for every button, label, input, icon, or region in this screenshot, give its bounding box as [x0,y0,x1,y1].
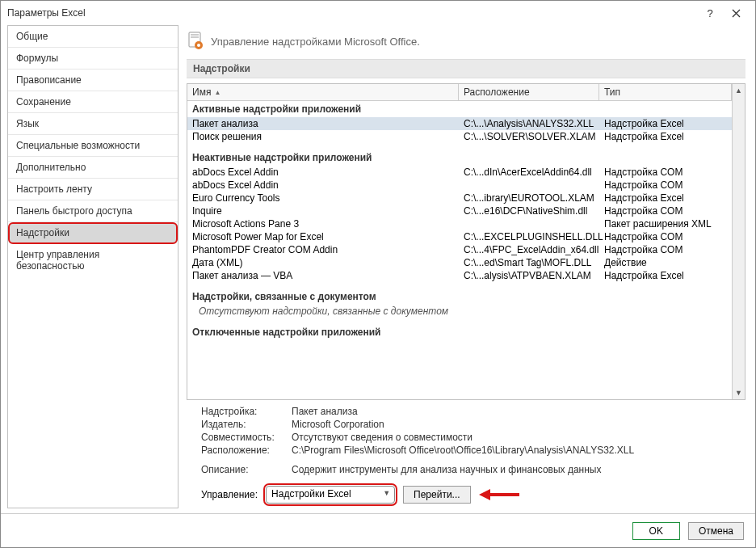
cell-name: PhantomPDF Creator COM Addin [192,244,464,255]
detail-value-addin: Пакет анализа [292,406,737,417]
addins-gear-icon [187,32,204,51]
cell-location [464,218,604,230]
table-row[interactable]: abDocs Excel AddinНадстройка COM [187,179,732,192]
sidebar-item-save[interactable]: Сохранение [8,91,178,113]
cell-type: Надстройка Excel [604,192,727,204]
cell-location: C:\...\Analysis\ANALYS32.XLL [464,118,604,129]
cell-type: Надстройка COM [604,205,727,217]
sidebar-item-language[interactable]: Язык [8,113,178,135]
table-row[interactable]: InquireC:\...e16\DCF\NativeShim.dllНадст… [187,204,732,217]
help-button[interactable]: ? [697,4,723,22]
manage-label: Управление: [201,489,258,500]
section-title: Надстройки [187,59,746,78]
cell-location: C:\...EXCELPLUGINSHELL.DLL [464,231,604,242]
cell-type: Надстройка Excel [604,131,727,142]
detail-label-description: Описание: [201,464,292,475]
go-button[interactable]: Перейти... [403,486,471,504]
cell-type: Надстройка Excel [604,270,727,281]
cell-location: C:\...ibrary\EUROTOOL.XLAM [464,192,604,204]
cell-name: Пакет анализа [192,118,464,129]
table-row[interactable]: abDocs Excel AddinC:\...dIn\AcerExcelAdd… [187,166,732,179]
close-button[interactable] [723,4,749,22]
cancel-button[interactable]: Отмена [688,522,744,540]
cell-location: C:\...dIn\AcerExcelAddin64.dll [464,167,604,178]
manage-select-value: Надстройки Excel [271,488,351,500]
close-icon [732,9,741,18]
cell-location [464,179,604,191]
sidebar-item-addins[interactable]: Надстройки [8,222,178,244]
options-sidebar: Общие Формулы Правописание Сохранение Яз… [7,25,178,508]
svg-rect-2 [191,36,199,38]
group-header: Неактивные надстройки приложений [187,150,732,166]
page-heading: Управление надстройками Microsoft Office… [211,36,420,48]
table-row[interactable]: PhantomPDF Creator COM AddinC:\...4\FPC_… [187,243,732,256]
group-header: Активные надстройки приложений [187,101,732,117]
window-title: Параметры Excel [7,7,697,19]
cell-name: Inquire [192,205,464,217]
titlebar: Параметры Excel ? [1,1,755,25]
table-row[interactable]: Дата (XML)C:\...ed\Smart Tag\MOFL.DLLДей… [187,256,732,269]
detail-value-compat: Отсутствуют сведения о совместимости [292,432,737,443]
group-empty-text: Отсутствуют надстройки, связанные с доку… [187,305,732,318]
group-header: Надстройки, связанные с документом [187,289,732,305]
cell-type: Надстройка COM [604,231,727,242]
cell-name: Пакет анализа — VBA [192,270,464,281]
group-header: Отключенные надстройки приложений [187,324,732,340]
table-row[interactable]: Пакет анализаC:\...\Analysis\ANALYS32.XL… [187,117,732,130]
cell-type: Действие [604,257,727,268]
sidebar-item-quick-access[interactable]: Панель быстрого доступа [8,200,178,222]
vertical-scrollbar[interactable]: ▲ ▼ [732,84,745,399]
detail-value-description: Содержит инструменты для анализа научных… [292,464,737,475]
detail-label-compat: Совместимость: [201,432,292,443]
column-header-name[interactable]: Имя▲ [187,84,459,100]
detail-label-addin: Надстройка: [201,406,292,417]
sidebar-item-advanced[interactable]: Дополнительно [8,157,178,179]
sidebar-item-customize-ribbon[interactable]: Настроить ленту [8,179,178,200]
cell-name: Microsoft Actions Pane 3 [192,218,464,230]
scroll-down-icon[interactable]: ▼ [733,386,745,399]
options-dialog: Параметры Excel ? Общие Формулы Правопис… [0,0,756,548]
manage-select[interactable]: Надстройки Excel ▼ [266,486,395,504]
sidebar-item-accessibility[interactable]: Специальные возможности [8,135,178,157]
sidebar-item-trust-center[interactable]: Центр управления безопасностью [8,244,178,276]
svg-rect-1 [191,34,199,36]
cell-type: Надстройка COM [604,179,727,191]
cell-location: C:\...\SOLVER\SOLVER.XLAM [464,131,604,142]
cell-name: Euro Currency Tools [192,192,464,204]
scroll-up-icon[interactable]: ▲ [733,84,745,97]
cell-location: C:\...ed\Smart Tag\MOFL.DLL [464,257,604,268]
table-row[interactable]: Euro Currency ToolsC:\...ibrary\EUROTOOL… [187,192,732,204]
dialog-footer: OK Отмена [1,513,755,547]
cell-location: C:\...alysis\ATPVBAEN.XLAM [464,270,604,281]
annotation-arrow-icon [479,488,519,501]
addins-table: Имя▲ Расположение Тип Активные надстройк… [187,84,732,399]
column-header-location[interactable]: Расположение [459,84,599,100]
detail-label-location: Расположение: [201,445,292,456]
chevron-down-icon: ▼ [383,489,390,497]
sidebar-item-proofing[interactable]: Правописание [8,70,178,91]
cell-location: C:\...4\FPC_ExcelAddin_x64.dll [464,244,604,255]
table-row[interactable]: Пакет анализа — VBAC:\...alysis\ATPVBAEN… [187,269,732,282]
detail-label-publisher: Издатель: [201,419,292,430]
detail-value-publisher: Microsoft Corporation [292,419,737,430]
sort-asc-icon: ▲ [214,89,220,96]
column-header-type[interactable]: Тип [599,84,732,100]
cell-name: Поиск решения [192,131,464,142]
table-row[interactable]: Поиск решенияC:\...\SOLVER\SOLVER.XLAMНа… [187,130,732,143]
cell-location: C:\...e16\DCF\NativeShim.dll [464,205,604,217]
addin-details: Надстройка:Пакет анализа Издатель:Micros… [187,400,746,478]
cell-name: abDocs Excel Addin [192,179,464,191]
table-row[interactable]: Microsoft Power Map for ExcelC:\...EXCEL… [187,230,732,243]
cell-type: Надстройка COM [604,167,727,178]
table-row[interactable]: Microsoft Actions Pane 3Пакет расширения… [187,217,732,230]
ok-button[interactable]: OK [632,522,680,540]
sidebar-item-formulas[interactable]: Формулы [8,48,178,70]
main-panel: Управление надстройками Microsoft Office… [182,25,752,513]
svg-point-4 [197,44,200,47]
cell-type: Пакет расширения XML [604,218,727,230]
cell-type: Надстройка Excel [604,118,727,129]
sidebar-item-general[interactable]: Общие [8,26,178,48]
cell-name: Дата (XML) [192,257,464,268]
detail-value-location: C:\Program Files\Microsoft Office\root\O… [292,445,737,456]
cell-name: abDocs Excel Addin [192,167,464,178]
